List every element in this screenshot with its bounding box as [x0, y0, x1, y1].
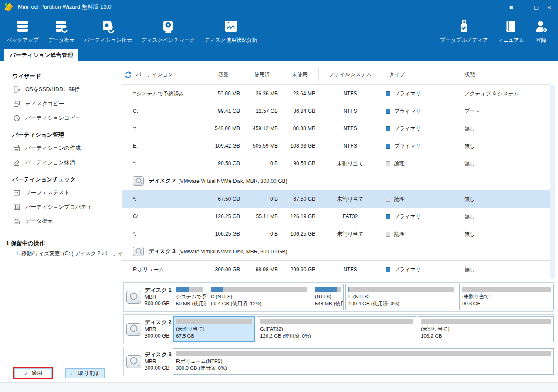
column-header-unused: 未使用 [281, 64, 318, 84]
disk-icon [126, 355, 141, 368]
type-cell: 論理 [382, 196, 457, 203]
partition-size: 90.6 GB [462, 301, 551, 308]
status-cell: 無し [457, 196, 550, 203]
register-button[interactable]: 登録 [529, 20, 553, 44]
diskmap-disk-row: ディスク 1MBR300.00 GBシステムで予約50 MB (使用済:C:(N… [123, 282, 554, 312]
data-recovery-button[interactable]: データ復元 [44, 20, 80, 44]
diskmap-disk-info[interactable]: ディスク 3MBR300.00 GB [124, 347, 172, 376]
type-label: プライマリ [394, 213, 421, 220]
disk-name: ディスク 3 [145, 351, 172, 358]
type-label: 論理 [394, 196, 405, 203]
sidebar-item-data-recovery[interactable]: データ復元 [0, 214, 122, 229]
disk-info: (VMware Virtual NVMe Disk, MBR, 300.00 G… [179, 249, 287, 255]
capacity-cell: 109.42 GB [204, 143, 243, 149]
usage-bar [260, 319, 413, 324]
partition-size: 548 MB (使用 [315, 301, 341, 308]
partition-cell: *: [122, 160, 204, 166]
usage-bar [176, 319, 252, 324]
disk-size: 300.00 GB [145, 301, 172, 307]
column-header-type: タイプ [382, 64, 457, 84]
sidebar-item-disk-copy[interactable]: ディスクコピー [0, 97, 122, 111]
diskmap-partition[interactable]: G:(FAT32)126.2 GB (使用済: 0%) [257, 316, 416, 342]
disk-icon [126, 291, 141, 304]
sidebar-sections: ウィザードOSをSSD/HDDに移行ディスクコピーパーティションコピーパーティシ… [0, 61, 122, 229]
usage-bar-fill [176, 287, 189, 292]
menu-icon[interactable]: ≡ [505, 1, 517, 13]
diskmap-partition[interactable]: (未割り当て)106.2 GB [418, 316, 554, 342]
title-bar: MiniTool Partition Wizard 無料版 13.0 ≡ – □… [0, 0, 558, 14]
usage-bar [462, 287, 551, 292]
diskmap-disk-info[interactable]: ディスク 1MBR300.00 GB [124, 283, 172, 311]
table-row[interactable]: C:99.41 GB12.57 GB86.84 GBNTFSプライマリブート [122, 102, 550, 120]
partition-recovery-button[interactable]: パーティション復元 [79, 20, 137, 44]
capacity-cell: 90.58 GB [204, 160, 243, 166]
diskmap-partition[interactable]: F:ボリューム(NTFS)300.0 GB (使用済: 0%) [173, 348, 554, 375]
diskmap-partition[interactable]: (NTFS)548 MB (使用 [312, 284, 344, 310]
minimize-icon[interactable]: – [517, 1, 530, 13]
vertical-scrollbar[interactable] [550, 85, 555, 278]
table-row[interactable]: E:109.42 GB505.59 MB108.93 GBNTFSプライマリ無し [122, 137, 550, 155]
pending-operation: 1. 移動/サイズ変更: (G: ( ディスク 2 パーティ... [0, 249, 122, 258]
partition-cell: E: [122, 143, 204, 149]
backup-button[interactable]: バックアップ [2, 20, 44, 44]
close-icon[interactable]: × [543, 1, 555, 13]
table-row[interactable]: *:106.25 GB0 B106.25 GB未割り当て論理無し [122, 225, 550, 243]
partition-type-icon [386, 91, 390, 96]
diskmap-partition[interactable]: E:(NTFS)109.4 GB (使用済: 0%) [345, 284, 457, 310]
partition-type-icon [386, 197, 390, 202]
column-header-filesystem: ファイルシステム [318, 64, 382, 84]
manual-button[interactable]: マニュアル [493, 20, 529, 44]
usage-bar [211, 287, 307, 292]
app-logo [3, 2, 14, 12]
table-row[interactable]: *:548.00 MB459.12 MB88.88 MBNTFSプライマリ無し [122, 120, 550, 137]
partition-type-icon [386, 267, 390, 272]
maximize-icon[interactable]: □ [530, 1, 543, 13]
column-header-used: 使用済 [243, 64, 281, 84]
diskmap-partition[interactable]: (未割り当て)90.6 GB [459, 284, 554, 310]
type-cell: プライマリ [382, 142, 457, 150]
used-cell: 55.11 MB [243, 213, 281, 220]
diskmap-partition[interactable]: (未割り当て)67.5 GB [173, 316, 255, 342]
sidebar-item-create-partition[interactable]: パーティションの作成 [0, 141, 122, 155]
type-cell: プライマリ [382, 125, 457, 132]
diskmap-partition[interactable]: C:(NTFS)99.4 GB (使用済: 12%) [208, 284, 310, 310]
apply-button[interactable]: ✓ 適用 [14, 368, 52, 378]
table-row[interactable]: F:ボリューム300.00 GB98.98 MB299.90 GBNTFSプライ… [122, 261, 550, 278]
partition-size: 67.5 GB [176, 333, 252, 340]
sidebar-item-partition-copy[interactable]: パーティションコピー [0, 111, 122, 125]
table-row[interactable]: *:90.58 GB0 B90.58 GB未割り当て論理無し [122, 155, 550, 172]
diskmap-disk-info[interactable]: ディスク 2MBR300.00 GB [124, 315, 172, 344]
disk-analyzer-button[interactable]: ディスク使用状況分析 [200, 20, 262, 44]
sidebar-section-title: パーティション管理 [0, 129, 122, 141]
refresh-icon[interactable] [125, 71, 132, 78]
type-label: プライマリ [394, 108, 421, 115]
tab-partition-management[interactable]: パーティション総合管理 [4, 49, 78, 61]
status-cell: 無し [457, 125, 550, 132]
bootable-media-button[interactable]: ブータブルメディア [435, 20, 493, 44]
table-row[interactable]: G:126.25 GB55.11 MB126.19 GBFAT32プライマリ無し [122, 208, 550, 225]
unused-cell: 108.93 GB [281, 143, 318, 149]
capacity-cell: 106.25 GB [204, 231, 243, 237]
type-cell: 論理 [382, 160, 457, 167]
table-row[interactable]: *:システムで予約済み50.00 MB26.36 MB23.64 MBNTFSプ… [122, 85, 550, 102]
wipe-partition-icon [13, 159, 20, 166]
sidebar-item-label: パーティションコピー [25, 115, 81, 122]
partition-cell: *: [122, 125, 204, 132]
used-cell: 98.98 MB [243, 267, 281, 273]
sidebar-item-os-migrate[interactable]: OSをSSD/HDDに移行 [0, 82, 122, 97]
undo-button[interactable]: ← 取り消す [65, 368, 105, 378]
partition-type-icon [386, 109, 390, 114]
disk-benchmark-button[interactable]: ディスクベンチマーク [137, 20, 200, 44]
filesystem-cell: FAT32 [318, 213, 382, 220]
filesystem-cell: 未割り当て [318, 196, 382, 203]
sidebar-item-partition-properties[interactable]: パーティションプロパティ [0, 200, 122, 214]
sidebar-item-label: パーティション抹消 [25, 159, 75, 166]
diskmap-partition[interactable]: システムで予約50 MB (使用済: [173, 284, 206, 310]
usage-bar [315, 287, 341, 292]
disk-size: 300.00 GB [145, 333, 172, 339]
used-cell: 0 B [243, 231, 281, 237]
sidebar-item-label: サーフェステスト [25, 189, 70, 196]
table-row[interactable]: *:67.50 GB0 B67.50 GB未割り当て論理無し [122, 190, 550, 208]
sidebar-item-surface-test[interactable]: サーフェステスト [0, 186, 122, 200]
sidebar-item-wipe-partition[interactable]: パーティション抹消 [0, 155, 122, 170]
